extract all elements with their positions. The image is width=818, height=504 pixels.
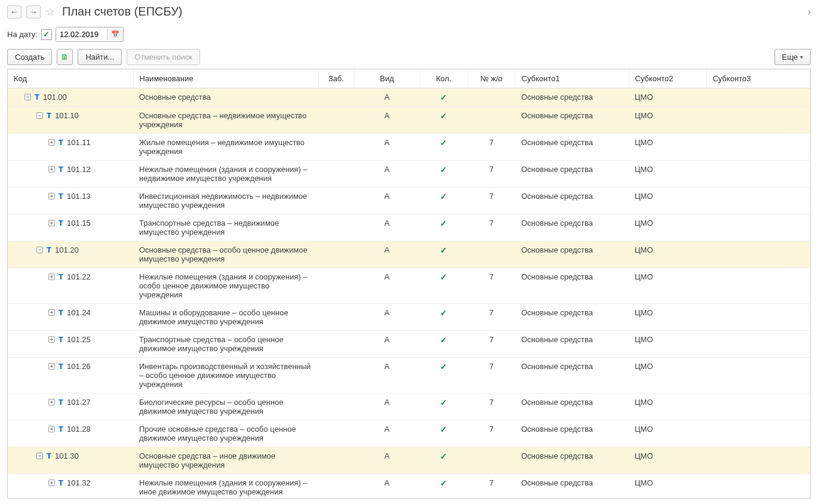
favorite-icon[interactable]: ☆ [45, 5, 55, 19]
table-row[interactable]: +Т101.27Биологические ресурсы – особо це… [8, 394, 810, 420]
col-vid[interactable]: Вид [354, 69, 420, 88]
cell-sub1: Основные средства [515, 447, 629, 474]
account-code: 101.10 [55, 111, 79, 120]
cell-sub2: ЦМО [629, 188, 706, 214]
cell-jo [468, 107, 515, 134]
cell-zab [318, 268, 354, 304]
table-row[interactable]: +Т101.26Инвентарь производственный и хоз… [8, 358, 810, 394]
check-icon: ✓ [440, 93, 447, 102]
cell-sub1: Основные средства [515, 134, 629, 161]
table-row[interactable]: +Т101.25Транспортные средства – особо це… [8, 331, 810, 358]
tree-toggle-icon[interactable]: + [48, 139, 55, 146]
account-type-icon: Т [59, 192, 63, 201]
cell-jo: 7 [468, 331, 515, 358]
account-type-icon: Т [59, 308, 63, 317]
find-button[interactable]: Найти... [78, 49, 122, 65]
table-row[interactable]: +Т101.11Жилые помещения – недвижимое иму… [8, 134, 810, 161]
table-row[interactable]: +Т101.22Нежилые помещения (здания и соор… [8, 268, 810, 304]
account-code: 101.25 [67, 335, 91, 344]
account-name: Транспортные средства – особо ценное дви… [133, 331, 318, 358]
cell-jo: 7 [468, 161, 515, 188]
tree-toggle-icon[interactable]: + [48, 220, 55, 226]
table-row[interactable]: +Т101.13Инвестиционная недвижимость – не… [8, 188, 810, 214]
table-row[interactable]: +Т101.15Транспортные средства – недвижим… [8, 214, 810, 241]
check-icon: ✓ [440, 272, 447, 282]
more-button-label: Еще [782, 53, 798, 62]
col-sub1[interactable]: Субконто1 [515, 69, 629, 88]
table-row[interactable]: −Т101.20Основные средства – особо ценное… [8, 241, 810, 268]
table-row[interactable]: −Т101.30Основные средства – иное движимо… [8, 447, 810, 474]
cell-vid: А [354, 394, 420, 420]
account-name: Основные средства [133, 88, 318, 107]
account-type-icon: Т [59, 425, 63, 434]
account-code: 101.20 [55, 245, 79, 254]
account-name: Биологические ресурсы – особо ценное дви… [133, 394, 318, 420]
account-code: 101.24 [67, 308, 91, 317]
cell-vid: А [354, 331, 420, 358]
tree-toggle-icon[interactable]: + [48, 273, 55, 280]
check-icon: ✓ [440, 398, 447, 407]
tree-toggle-icon[interactable]: + [48, 336, 55, 343]
tree-toggle-icon[interactable]: − [36, 112, 43, 119]
cell-kol: ✓ [420, 447, 468, 474]
table-row[interactable]: −Т101.10Основные средства – недвижимое и… [8, 107, 810, 134]
tree-toggle-icon[interactable]: + [48, 399, 55, 405]
cell-zab [318, 394, 354, 420]
col-code[interactable]: Код [8, 69, 133, 88]
table-row[interactable]: +Т101.28Прочие основные средства – особо… [8, 420, 810, 447]
account-name: Инвентарь производственный и хозяйственн… [133, 358, 318, 394]
more-button[interactable]: Еще [774, 49, 811, 65]
account-type-icon: Т [47, 111, 51, 120]
col-name[interactable]: Наименование [133, 69, 318, 88]
account-name: Основные средства – недвижимое имущество… [133, 107, 318, 134]
tree-toggle-icon[interactable]: − [36, 247, 43, 253]
cell-sub2: ЦМО [629, 447, 706, 474]
cell-jo [468, 88, 515, 107]
create-copy-button[interactable]: 🗎 [57, 49, 73, 65]
cell-sub2: ЦМО [629, 394, 706, 420]
table-row[interactable]: +Т101.32Нежилые помещения (здания и соор… [8, 474, 810, 499]
back-button[interactable]: ← [7, 5, 21, 19]
cell-zab [318, 134, 354, 161]
chevron-right-icon[interactable]: › [808, 7, 811, 17]
col-kol[interactable]: Кол. [420, 69, 468, 88]
account-type-icon: Т [59, 219, 63, 228]
cell-kol: ✓ [420, 134, 468, 161]
tree-toggle-icon[interactable]: − [24, 94, 31, 100]
account-name: Жилые помещения – недвижимое имущество у… [133, 134, 318, 161]
create-button[interactable]: Создать [7, 49, 52, 65]
tree-toggle-icon[interactable]: + [48, 309, 55, 316]
col-sub3[interactable]: Субконто3 [706, 69, 810, 88]
cell-sub2: ЦМО [629, 88, 706, 107]
cell-kol: ✓ [420, 474, 468, 499]
accounts-table: Код Наименование Заб. Вид Кол. № ж/о Суб… [8, 69, 810, 499]
tree-toggle-icon[interactable]: − [36, 453, 43, 459]
tree-toggle-icon[interactable]: + [48, 193, 55, 199]
col-jo[interactable]: № ж/о [468, 69, 515, 88]
cell-sub2: ЦМО [629, 420, 706, 447]
cell-zab [318, 474, 354, 499]
forward-button[interactable]: → [26, 5, 41, 19]
tree-toggle-icon[interactable]: + [48, 480, 55, 486]
tree-toggle-icon[interactable]: + [48, 426, 55, 432]
date-filter-checkbox[interactable]: ✓ [41, 29, 52, 40]
check-icon: ✓ [440, 165, 447, 174]
account-code: 101.32 [67, 478, 91, 487]
calendar-icon[interactable]: 📅 [107, 29, 123, 40]
cell-jo: 7 [468, 394, 515, 420]
check-icon: ✓ [440, 245, 447, 255]
account-code: 101.27 [67, 398, 91, 407]
check-icon: ✓ [440, 192, 447, 201]
tree-toggle-icon[interactable]: + [48, 166, 55, 173]
cell-zab [318, 88, 354, 107]
check-icon: ✓ [440, 362, 447, 371]
account-type-icon: Т [47, 451, 51, 460]
date-input[interactable] [56, 27, 107, 41]
table-row[interactable]: −Т101.00Основные средстваА✓Основные сред… [8, 88, 810, 107]
table-row[interactable]: +Т101.12Нежилые помещения (здания и соор… [8, 161, 810, 188]
table-row[interactable]: +Т101.24Машины и оборудование – особо це… [8, 304, 810, 331]
tree-toggle-icon[interactable]: + [48, 363, 55, 370]
col-sub2[interactable]: Субконто2 [629, 69, 706, 88]
cell-sub1: Основные средства [515, 474, 629, 499]
col-zab[interactable]: Заб. [318, 69, 354, 88]
